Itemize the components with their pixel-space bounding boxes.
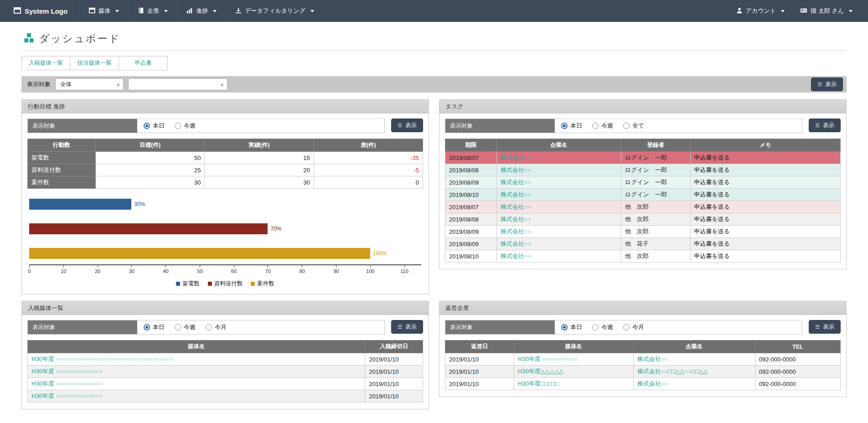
- bar-value-label: 70%: [270, 226, 281, 232]
- axis-tick: 50: [200, 265, 200, 268]
- table-row: 2019/08/09株式会社○○ログイン 一郎申込書を送る: [445, 176, 841, 189]
- radio-全て[interactable]: 全て: [623, 122, 644, 130]
- table-row: 案件数30300: [28, 176, 423, 189]
- global-show-button[interactable]: ☰表示: [811, 77, 843, 91]
- cell: 30: [205, 176, 314, 189]
- panel-title: 行動目標 進捗: [28, 103, 65, 111]
- link-cell[interactable]: 株式会社○○: [496, 238, 621, 250]
- radio-今週[interactable]: 今週: [592, 323, 613, 331]
- cell: ログイン 一郎: [621, 152, 690, 164]
- tab-application-form[interactable]: 申込書: [119, 56, 168, 70]
- radio-今週[interactable]: 今週: [175, 122, 196, 130]
- cell: 2019/08/09: [445, 176, 497, 189]
- nav-item-datafilter[interactable]: データフィルタリング: [226, 0, 323, 22]
- nav-item-progress[interactable]: 進捗: [177, 0, 226, 22]
- table-row: H30年度 ○○○○○○○○○○○○○2019/01/10: [28, 366, 423, 378]
- bar-資料送付数: 70%: [29, 223, 421, 234]
- tab-inbound-media[interactable]: 入稿媒体一覧: [21, 56, 70, 70]
- cell: 2019/01/10: [445, 353, 514, 366]
- column-header: 企業名: [496, 139, 621, 152]
- link-cell[interactable]: H30年度 ○○○○○○○○○○○○○: [28, 378, 365, 390]
- table-row: 2019/08/10株式会社○○他 次郎申込書を送る: [445, 250, 841, 263]
- radio-本日[interactable]: 本日: [561, 323, 582, 331]
- table-row: 2019/08/09株式会社○○他 花子申込書を送る: [445, 238, 841, 250]
- radio-circle: [561, 123, 568, 129]
- panel-inbound-media: 入稿媒体一覧 表示対象 本日今週今月 ☰表示 媒体名入稿締切日H30年度 ○○○…: [21, 301, 429, 409]
- link-cell[interactable]: 株式会社○○: [496, 176, 621, 189]
- list-icon: ☰: [398, 123, 402, 128]
- radio-group: 本日今週: [137, 119, 202, 133]
- action-goal-show-button[interactable]: ☰表示: [391, 119, 423, 132]
- global-scope-select[interactable]: 全体: [55, 78, 124, 90]
- tab-assigned-media[interactable]: 担当媒体一覧: [70, 56, 119, 70]
- cell: ログイン 一郎: [621, 164, 690, 176]
- radio-circle: [623, 123, 630, 129]
- link-cell[interactable]: 株式会社○○: [496, 152, 621, 164]
- panel-header: 返答企業: [439, 301, 846, 315]
- cell: 他 次郎: [621, 213, 690, 226]
- link-cell[interactable]: 株式会社○○: [496, 226, 621, 238]
- link-cell[interactable]: 株式会社○○: [496, 164, 621, 176]
- cell: 2019/08/08: [445, 164, 497, 176]
- link-cell[interactable]: 株式会社○○□□△△○○□□△△: [633, 366, 755, 378]
- radio-今週[interactable]: 今週: [175, 323, 196, 331]
- link-cell[interactable]: 株式会社○○: [496, 250, 621, 263]
- global-secondary-select[interactable]: [128, 78, 227, 90]
- reply-companies-show-button[interactable]: ☰表示: [809, 320, 841, 334]
- user-menu[interactable]: 獏 太郎 さん: [800, 7, 852, 15]
- radio-本日[interactable]: 本日: [561, 122, 582, 130]
- nav-item-media[interactable]: 媒体: [79, 0, 128, 22]
- system-logo[interactable]: System Logo: [0, 0, 79, 22]
- link-cell[interactable]: H30年度 ○○○○○○○○○○○○○: [28, 390, 365, 402]
- data-table: 期限企業名登録者メモ2019/08/07株式会社○○ログイン 一郎申込書を送る2…: [445, 139, 841, 263]
- top-navbar: System Logo 媒体 企業 進捗 データフィルタリング アカウント 獏 …: [0, 0, 868, 22]
- radio-label: 全て: [632, 122, 644, 130]
- radio-今週[interactable]: 今週: [592, 122, 613, 130]
- cell: 15: [205, 152, 314, 164]
- legend-案件数: 案件数: [251, 280, 274, 288]
- tasks-show-button[interactable]: ☰表示: [809, 119, 841, 132]
- radio-label: 今週: [184, 122, 196, 130]
- column-header: 登録者: [621, 139, 690, 152]
- cell: 申込書を送る: [690, 226, 840, 238]
- radio-今月[interactable]: 今月: [206, 323, 227, 331]
- cell: ログイン 一郎: [621, 176, 690, 189]
- link-cell[interactable]: 株式会社○○: [496, 213, 621, 226]
- axis-tick: 110: [404, 265, 405, 268]
- chevron-down-icon: [310, 10, 314, 12]
- cell: -35: [314, 152, 423, 164]
- data-table: 返答日媒体名企業名TEL2019/01/10H30年度 ○○○○○○○○○○株式…: [445, 340, 841, 390]
- cell: 申込書を送る: [690, 176, 840, 189]
- column-header: 差(件): [314, 139, 423, 152]
- link-cell[interactable]: H30年度△△△△△: [514, 366, 633, 378]
- table-row: 2019/08/08株式会社○○他 次郎申込書を送る: [445, 213, 841, 226]
- account-menu[interactable]: アカウント: [736, 7, 785, 15]
- link-cell[interactable]: H30年度□□□□□: [514, 378, 633, 390]
- link-cell[interactable]: H30年度 ○○○○○○○○○○○○○○○○○○○○○○○○○○○○○○○○○: [28, 353, 365, 366]
- cell: 092-000-0000: [755, 353, 840, 366]
- link-cell[interactable]: H30年度 ○○○○○○○○○○: [514, 353, 633, 366]
- panel-tasks: タスク 表示対象 本日今週全て ☰表示 期限企業名登録者メモ2019/08/07…: [439, 99, 847, 269]
- radio-今月[interactable]: 今月: [623, 323, 644, 331]
- cell: 2019/08/09: [445, 226, 497, 238]
- dashboard-icon: [23, 32, 35, 46]
- link-cell[interactable]: 株式会社○○: [496, 189, 621, 201]
- radio-label: 今週: [601, 323, 613, 331]
- table-row: 2019/08/09株式会社○○他 次郎申込書を送る: [445, 226, 841, 238]
- cell: 申込書を送る: [690, 152, 840, 164]
- nav-item-company[interactable]: 企業: [128, 0, 177, 22]
- radio-本日[interactable]: 本日: [144, 323, 165, 331]
- table-row: H30年度 ○○○○○○○○○○○○○2019/01/10: [28, 378, 423, 390]
- cell: 2019/08/10: [445, 250, 497, 263]
- link-cell[interactable]: 株式会社○○: [633, 378, 755, 390]
- cell: 他 次郎: [621, 226, 690, 238]
- inbound-media-show-button[interactable]: ☰表示: [391, 320, 423, 334]
- cell: 架電数: [28, 152, 96, 164]
- cell: 他 次郎: [621, 250, 690, 263]
- link-cell[interactable]: 株式会社○○: [633, 353, 755, 366]
- axis-tick: 40: [165, 265, 166, 268]
- link-cell[interactable]: H30年度 ○○○○○○○○○○○○○: [28, 366, 365, 378]
- radio-本日[interactable]: 本日: [144, 122, 165, 130]
- link-cell[interactable]: 株式会社○○: [496, 201, 621, 213]
- chevron-down-icon: [115, 10, 119, 12]
